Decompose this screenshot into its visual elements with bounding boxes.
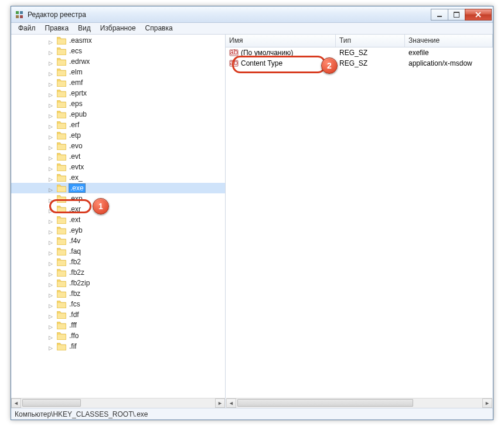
tree-horizontal-scrollbar[interactable]: ◄ ►: [11, 398, 225, 408]
tree-item-label: .ecs: [69, 47, 83, 55]
tree-item[interactable]: .ext: [11, 214, 225, 225]
expand-icon[interactable]: [49, 270, 55, 276]
expand-icon[interactable]: [49, 80, 55, 86]
tree-item[interactable]: .elm: [11, 67, 225, 77]
tree-item[interactable]: .fff: [11, 320, 225, 330]
expand-icon[interactable]: [49, 196, 55, 202]
close-button[interactable]: [465, 9, 492, 21]
tree-item[interactable]: .exe: [11, 183, 225, 193]
maximize-button[interactable]: [448, 9, 465, 21]
expand-icon[interactable]: [49, 143, 55, 149]
folder-icon: [57, 79, 66, 87]
minimize-button[interactable]: [431, 9, 448, 21]
scroll-thumb[interactable]: [22, 399, 81, 407]
tree-item[interactable]: .eprtx: [11, 88, 225, 98]
tree-item[interactable]: .emf: [11, 77, 225, 88]
folder-icon: [57, 227, 66, 234]
folder-icon: [57, 280, 66, 287]
expand-icon[interactable]: [49, 322, 55, 329]
expand-icon[interactable]: [49, 291, 55, 297]
menu-help[interactable]: Справка: [141, 23, 178, 34]
tree-item[interactable]: .fb2zip: [11, 278, 225, 288]
menu-view[interactable]: Вид: [73, 23, 96, 34]
expand-icon[interactable]: [49, 280, 55, 287]
list-row[interactable]: abContent TypeREG_SZapplication/x-msdow: [226, 58, 493, 69]
expand-icon[interactable]: [49, 59, 55, 65]
menu-file[interactable]: Файл: [13, 23, 40, 34]
expand-icon[interactable]: [49, 132, 55, 139]
list-row[interactable]: ab(По умолчанию)REG_SZexefile: [226, 47, 493, 58]
tree-item[interactable]: .ecs: [11, 46, 225, 56]
scroll-left-button[interactable]: ◄: [226, 398, 236, 408]
tree-item[interactable]: .fb2z: [11, 267, 225, 278]
header-value[interactable]: Значение: [405, 35, 493, 47]
tree-item[interactable]: .fbz: [11, 288, 225, 299]
expand-icon[interactable]: [49, 206, 55, 213]
tree-item[interactable]: .fif: [11, 341, 225, 352]
tree-item[interactable]: .etp: [11, 130, 225, 141]
expand-icon[interactable]: [49, 248, 55, 255]
tree-item[interactable]: .easmx: [11, 35, 225, 46]
menu-favorites[interactable]: Избранное: [96, 23, 141, 34]
tree-item[interactable]: .evtx: [11, 162, 225, 172]
tree-item[interactable]: .fcs: [11, 299, 225, 309]
tree-item[interactable]: .exp: [11, 193, 225, 204]
titlebar[interactable]: Редактор реестра: [11, 6, 493, 23]
expand-icon[interactable]: [49, 154, 55, 160]
scroll-right-button[interactable]: ►: [215, 398, 225, 408]
expand-icon[interactable]: [49, 48, 55, 54]
expand-icon[interactable]: [49, 301, 55, 308]
expand-icon[interactable]: [49, 238, 55, 244]
svg-rect-0: [16, 11, 19, 14]
registry-tree[interactable]: .easmx.ecs.edrwx.elm.emf.eprtx.eps.epub.…: [11, 35, 225, 352]
tree-item-label: .fbz: [69, 289, 81, 298]
tree-item[interactable]: .exr: [11, 204, 225, 214]
content-area: .easmx.ecs.edrwx.elm.emf.eprtx.eps.epub.…: [11, 35, 493, 408]
expand-icon[interactable]: [49, 90, 55, 97]
scroll-track[interactable]: [21, 398, 215, 408]
expand-icon[interactable]: [49, 217, 55, 223]
expand-icon[interactable]: [49, 312, 55, 318]
tree-item[interactable]: .eps: [11, 98, 225, 109]
tree-item[interactable]: .faq: [11, 246, 225, 257]
expand-icon[interactable]: [49, 164, 55, 171]
expand-icon[interactable]: [49, 333, 55, 339]
folder-icon: [57, 174, 66, 182]
scroll-left-button[interactable]: ◄: [11, 398, 21, 408]
scroll-track[interactable]: [236, 398, 482, 408]
tree-item-label: .eyb: [69, 226, 83, 234]
values-pane: Имя Тип Значение ab(По умолчанию)REG_SZe…: [226, 35, 493, 408]
expand-icon[interactable]: [49, 38, 55, 44]
tree-item[interactable]: .erf: [11, 120, 225, 130]
statusbar: Компьютер\HKEY_CLASSES_ROOT\.exe: [11, 408, 493, 420]
header-name[interactable]: Имя: [226, 35, 336, 47]
tree-item[interactable]: .eyb: [11, 225, 225, 236]
tree-item[interactable]: .evo: [11, 141, 225, 151]
tree-item[interactable]: .ex_: [11, 172, 225, 183]
cell-name: abContent Type: [226, 59, 336, 68]
expand-icon[interactable]: [49, 175, 55, 181]
expand-icon[interactable]: [49, 122, 55, 128]
tree-item-label: .f4v: [69, 237, 81, 245]
tree-item[interactable]: .edrwx: [11, 56, 225, 67]
tree-item[interactable]: .ffo: [11, 330, 225, 341]
expand-icon[interactable]: [49, 111, 55, 118]
header-type[interactable]: Тип: [336, 35, 405, 47]
tree-item[interactable]: .f4v: [11, 236, 225, 246]
expand-icon[interactable]: [49, 259, 55, 265]
tree-item[interactable]: .fb2: [11, 257, 225, 267]
tree-item-label: .fb2z: [69, 268, 85, 277]
expand-icon[interactable]: [49, 185, 55, 192]
tree-item[interactable]: .fdf: [11, 309, 225, 320]
list-horizontal-scrollbar[interactable]: ◄ ►: [226, 398, 492, 408]
annotation-badge-2: 2: [321, 57, 338, 74]
tree-item[interactable]: .evt: [11, 151, 225, 162]
tree-item[interactable]: .epub: [11, 109, 225, 120]
scroll-right-button[interactable]: ►: [482, 398, 492, 408]
menu-edit[interactable]: Правка: [40, 23, 74, 34]
expand-icon[interactable]: [49, 227, 55, 234]
expand-icon[interactable]: [49, 69, 55, 76]
expand-icon[interactable]: [49, 101, 55, 107]
expand-icon[interactable]: [49, 343, 55, 350]
scroll-thumb[interactable]: [237, 399, 413, 407]
